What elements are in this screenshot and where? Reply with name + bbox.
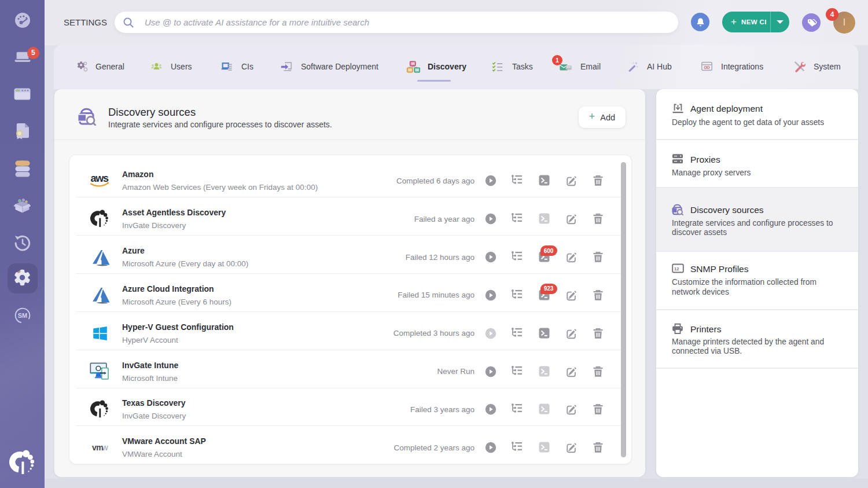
svg-text:SM: SM	[17, 312, 27, 319]
svg-text:w: w	[101, 443, 108, 452]
svg-text:aws: aws	[90, 173, 109, 184]
svg-text:12: 12	[674, 266, 679, 271]
svg-text:vm: vm	[92, 443, 103, 452]
